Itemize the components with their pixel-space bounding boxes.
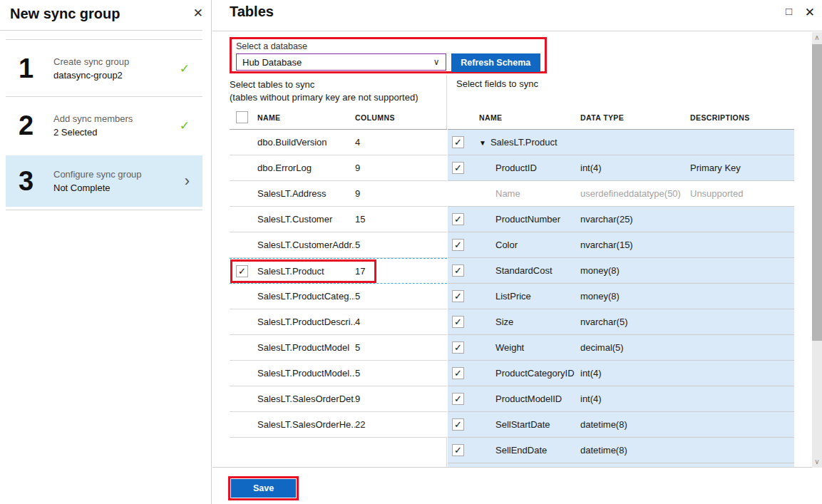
row-checkbox[interactable]: ✓ xyxy=(452,393,464,405)
database-dropdown[interactable]: Hub Database ∨ xyxy=(236,53,446,71)
row-checkbox[interactable]: ✓ xyxy=(452,444,464,456)
field-name: Name xyxy=(479,188,580,199)
wizard-step-3[interactable]: 3Configure sync groupNot Complete› xyxy=(6,155,202,207)
field-row[interactable]: ✓Colornvarchar(15) xyxy=(448,232,794,258)
field-row[interactable]: ✓ProductCategoryIDint(4) xyxy=(448,361,794,386)
field-name: SellEndDate xyxy=(479,445,580,456)
step-number: 3 xyxy=(19,168,34,195)
column-header-descriptions: DESCRIPTIONS xyxy=(690,113,794,122)
table-name: SalesLT.SalesOrderHe... xyxy=(257,419,355,430)
column-header-name: NAME xyxy=(479,113,580,122)
title-divider xyxy=(0,30,202,31)
step-label: Create sync group xyxy=(53,55,129,68)
row-checkbox[interactable]: ✓ xyxy=(452,316,464,328)
table-row[interactable]: SalesLT.CustomerAddr...5 xyxy=(230,232,447,258)
panel-title: Tables xyxy=(230,4,274,20)
table-columns-count: 5 xyxy=(355,342,447,353)
row-checkbox[interactable]: ✓ xyxy=(452,367,464,379)
table-row[interactable]: SalesLT.Customer15 xyxy=(230,207,447,232)
database-select-label: Select a database xyxy=(236,41,540,52)
field-row[interactable]: ✓ProductModelIDint(4) xyxy=(448,386,794,412)
table-row[interactable]: SalesLT.ProductCateg...5 xyxy=(230,284,447,309)
field-row[interactable]: ✓StandardCostmoney(8) xyxy=(448,258,794,284)
table-name: SalesLT.ProductModel... xyxy=(257,368,355,379)
scroll-down-icon[interactable]: ∨ xyxy=(812,456,822,468)
close-icon[interactable]: ✕ xyxy=(193,6,203,21)
vertical-scrollbar[interactable]: ∧ ∨ xyxy=(812,32,822,468)
field-data-type: datetime(8) xyxy=(580,419,690,430)
row-checkbox[interactable]: ✓ xyxy=(452,162,464,174)
row-checkbox[interactable]: ✓ xyxy=(452,213,464,225)
title-divider xyxy=(212,31,822,31)
table-name: SalesLT.SalesOrderDet... xyxy=(257,394,355,404)
field-data-type: int(4) xyxy=(580,163,690,173)
save-button-annotation: Save xyxy=(228,476,299,500)
table-row[interactable]: dbo.BuildVersion4 xyxy=(230,130,447,155)
row-checkbox[interactable]: ✓ xyxy=(452,264,464,277)
row-checkbox-cell: ✓ xyxy=(448,367,479,379)
select-tables-heading-line2: (tables without primary key are not supp… xyxy=(230,91,418,104)
table-row[interactable]: SalesLT.ProductDescri...4 xyxy=(230,309,447,335)
field-row[interactable]: ✓SellEndDatedatetime(8) xyxy=(448,438,794,463)
table-row[interactable]: ✓SalesLT.Product17 xyxy=(230,258,447,284)
field-row[interactable]: Nameuserdefineddatatype(50)Unsupported xyxy=(448,181,794,207)
field-row[interactable]: ✓ProductIDint(4)Primary Key xyxy=(448,155,794,181)
table-row[interactable]: SalesLT.ProductModel5 xyxy=(230,335,447,361)
row-checkbox-cell: ✓ xyxy=(448,162,479,174)
table-row[interactable]: SalesLT.SalesOrderDet...9 xyxy=(230,386,447,412)
field-data-type: nvarchar(25) xyxy=(580,214,690,225)
field-data-type: int(4) xyxy=(580,368,690,379)
field-row[interactable]: ✓ListPricemoney(8) xyxy=(448,284,794,309)
row-checkbox-cell: ✓ xyxy=(448,264,479,277)
table-row[interactable]: SalesLT.Address9 xyxy=(230,181,447,207)
tables-list: NAME COLUMNS dbo.BuildVersion4dbo.ErrorL… xyxy=(230,106,447,438)
field-data-type: decimal(5) xyxy=(580,342,690,353)
field-name: ProductModelID xyxy=(479,394,580,404)
field-name: Color xyxy=(479,240,580,250)
table-row[interactable]: dbo.ErrorLog9 xyxy=(230,155,447,181)
scroll-up-icon[interactable]: ∧ xyxy=(812,32,822,43)
row-checkbox[interactable]: ✓ xyxy=(236,265,248,277)
row-checkbox[interactable]: ✓ xyxy=(452,239,464,251)
row-checkbox-cell: ✓ xyxy=(448,239,479,251)
table-columns-count: 5 xyxy=(355,240,447,250)
row-checkbox-cell: ✓ xyxy=(448,136,479,148)
field-row[interactable]: ✓Weightdecimal(5) xyxy=(448,335,794,361)
table-row[interactable]: SalesLT.SalesOrderHe...22 xyxy=(230,412,447,438)
steps-bottom-divider xyxy=(6,210,202,210)
table-row[interactable]: SalesLT.ProductModel...5 xyxy=(230,361,447,386)
field-name: ListPrice xyxy=(479,291,580,302)
table-name: dbo.ErrorLog xyxy=(257,163,355,173)
field-row[interactable]: ✓SellStartDatedatetime(8) xyxy=(448,412,794,438)
field-data-type: money(8) xyxy=(580,291,690,302)
refresh-schema-button[interactable]: Refresh Schema xyxy=(451,53,540,72)
row-checkbox-cell: ✓ xyxy=(448,418,479,431)
wizard-step-1[interactable]: 1Create sync groupdatasync-group2✓ xyxy=(6,39,202,96)
field-row[interactable]: ✓Sizenvarchar(5) xyxy=(448,309,794,335)
maximize-icon[interactable]: □ xyxy=(786,5,792,17)
row-checkbox-cell: ✓ xyxy=(448,341,479,354)
check-icon: ✓ xyxy=(180,118,190,133)
row-checkbox[interactable]: ✓ xyxy=(452,290,464,302)
row-checkbox[interactable]: ✓ xyxy=(452,341,464,354)
row-checkbox[interactable]: ✓ xyxy=(452,136,464,148)
select-all-checkbox[interactable] xyxy=(236,111,248,123)
triangle-down-icon[interactable]: ▼ xyxy=(479,139,486,147)
save-button[interactable]: Save xyxy=(231,479,296,498)
table-name: SalesLT.ProductModel xyxy=(257,342,355,353)
table-name: SalesLT.Address xyxy=(257,188,355,199)
field-name: ▼SalesLT.Product xyxy=(479,137,580,148)
field-row[interactable]: ✓▼SalesLT.Product xyxy=(448,130,794,155)
tables-panel: Tables □ ✕ Select a database Hub Databas… xyxy=(212,0,822,504)
field-row[interactable]: ✓ProductNumbernvarchar(25) xyxy=(448,207,794,232)
wizard-step-2[interactable]: 2Add sync members2 Selected✓ xyxy=(6,96,202,153)
row-checkbox-cell: ✓ xyxy=(230,265,257,277)
scrollbar-thumb[interactable] xyxy=(812,44,822,341)
close-icon[interactable]: ✕ xyxy=(805,5,815,20)
check-icon: ✓ xyxy=(180,61,190,76)
table-columns-count: 9 xyxy=(355,188,447,199)
column-header-columns: COLUMNS xyxy=(355,113,447,122)
step-text: Create sync groupdatasync-group2 xyxy=(53,55,129,82)
panel-title: New sync group xyxy=(10,6,120,22)
row-checkbox[interactable]: ✓ xyxy=(452,418,464,431)
